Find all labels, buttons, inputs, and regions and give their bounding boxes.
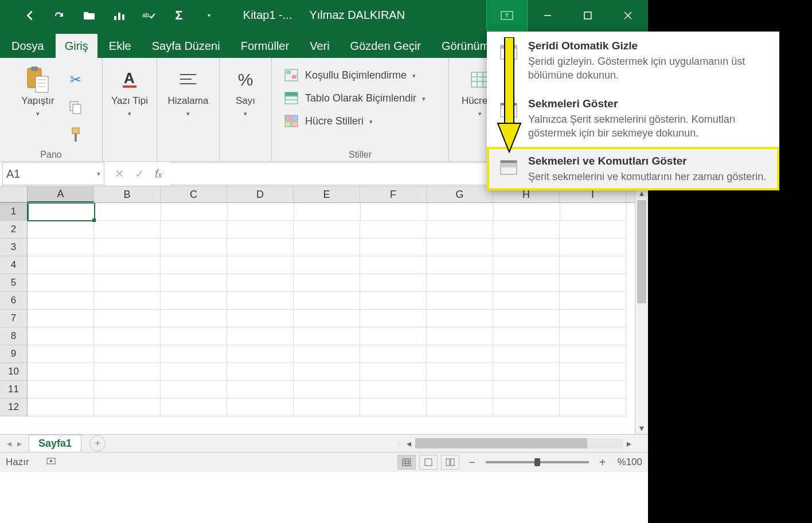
row-header[interactable]: 4 [0,256,28,274]
row-header[interactable]: 8 [0,327,28,345]
cell[interactable] [493,221,560,239]
cell[interactable] [360,274,427,292]
cell[interactable] [161,310,227,327]
cell[interactable] [493,363,560,381]
cell[interactable] [360,221,427,239]
cell[interactable] [227,256,294,274]
fx-icon[interactable]: fx [155,167,162,181]
row-header[interactable]: 7 [0,310,28,327]
cell[interactable] [494,203,560,221]
scroll-right-icon[interactable]: ▸ [623,437,635,450]
zoom-slider[interactable] [486,461,589,463]
row-header[interactable]: 5 [0,274,28,292]
cell[interactable] [360,239,427,256]
cell[interactable] [161,363,227,381]
cell[interactable] [94,399,161,416]
cell[interactable] [360,381,427,399]
option-show-tabs[interactable]: Sekmeleri Göster Yalnızca Şerit sekmeler… [487,89,779,147]
cell[interactable] [493,292,560,310]
cell[interactable] [493,239,560,256]
cell[interactable] [427,239,493,256]
cell[interactable] [161,399,227,416]
qat-dropdown-icon[interactable]: ▾ [202,9,216,22]
tab-review[interactable]: Gözden Geçir [341,34,430,58]
cell[interactable] [294,327,360,345]
sheet-next-icon[interactable]: ▸ [17,438,22,449]
paste-button[interactable]: Yapıştır ▾ [15,63,61,118]
open-icon[interactable] [83,9,96,22]
cell[interactable] [360,363,427,381]
cell[interactable] [294,381,360,399]
add-sheet-button[interactable]: + [89,435,106,451]
font-button[interactable]: A Yazı Tipi ▾ [107,63,153,118]
arrow-left-icon[interactable] [23,9,37,22]
cell[interactable] [28,327,94,345]
cell[interactable] [227,239,294,256]
maximize-button[interactable] [568,0,608,30]
cell[interactable] [560,256,626,274]
cell[interactable] [493,399,560,416]
column-header[interactable]: F [360,186,427,202]
spellcheck-icon[interactable]: ab [142,9,156,22]
cell[interactable] [94,345,161,363]
tab-insert[interactable]: Ekle [100,34,140,58]
cell[interactable] [161,239,227,256]
cell[interactable] [294,292,360,310]
cell[interactable] [28,239,94,256]
sheet-prev-icon[interactable]: ◂ [7,438,11,449]
cell[interactable] [560,274,626,292]
cell[interactable] [28,399,94,416]
close-button[interactable] [608,0,648,30]
cell[interactable] [227,345,294,363]
cell[interactable] [294,399,360,416]
cell[interactable] [161,274,227,292]
cell[interactable] [294,203,361,221]
cell[interactable] [427,274,493,292]
cell[interactable] [161,203,228,221]
macro-record-icon[interactable] [46,456,58,469]
cell[interactable] [227,381,294,399]
cell[interactable] [227,292,294,310]
cell[interactable] [94,327,161,345]
row-header[interactable]: 6 [0,292,28,310]
autosum-icon[interactable]: Σ [172,9,186,22]
cell[interactable] [28,274,94,292]
cell[interactable] [94,381,161,399]
column-header[interactable]: D [227,186,294,202]
ribbon-display-options-button[interactable] [486,0,528,31]
format-as-table-button[interactable]: Tablo Olarak Biçimlendir ▾ [279,89,430,107]
cell[interactable] [427,310,493,327]
cell[interactable] [28,203,95,221]
cell[interactable] [493,345,560,363]
split-handle-icon[interactable]: ⋮ [395,440,403,447]
tab-formulas[interactable]: Formüller [232,34,298,58]
cell[interactable] [161,327,227,345]
cell[interactable] [94,292,161,310]
cell[interactable] [560,310,626,327]
cell[interactable] [360,345,427,363]
cell[interactable] [227,399,294,416]
cell[interactable] [427,327,493,345]
cell[interactable] [294,310,360,327]
cell[interactable] [427,381,493,399]
cell[interactable] [427,345,493,363]
cell[interactable] [227,221,294,239]
number-button[interactable]: % Sayı ▾ [222,63,268,118]
cell[interactable] [493,310,560,327]
row-header[interactable]: 3 [0,239,28,256]
cell[interactable] [228,203,294,221]
chart-icon[interactable] [112,9,126,22]
cell[interactable] [427,363,493,381]
cell[interactable] [560,203,627,221]
cell[interactable] [95,203,161,221]
cell[interactable] [161,345,227,363]
cell[interactable] [28,310,94,327]
row-header[interactable]: 12 [0,399,28,416]
cell[interactable] [360,256,427,274]
cell[interactable] [294,363,360,381]
cell[interactable] [427,292,493,310]
zoom-in-button[interactable]: + [599,456,606,469]
cell[interactable] [560,292,626,310]
cell[interactable] [161,292,227,310]
cell[interactable] [493,274,560,292]
